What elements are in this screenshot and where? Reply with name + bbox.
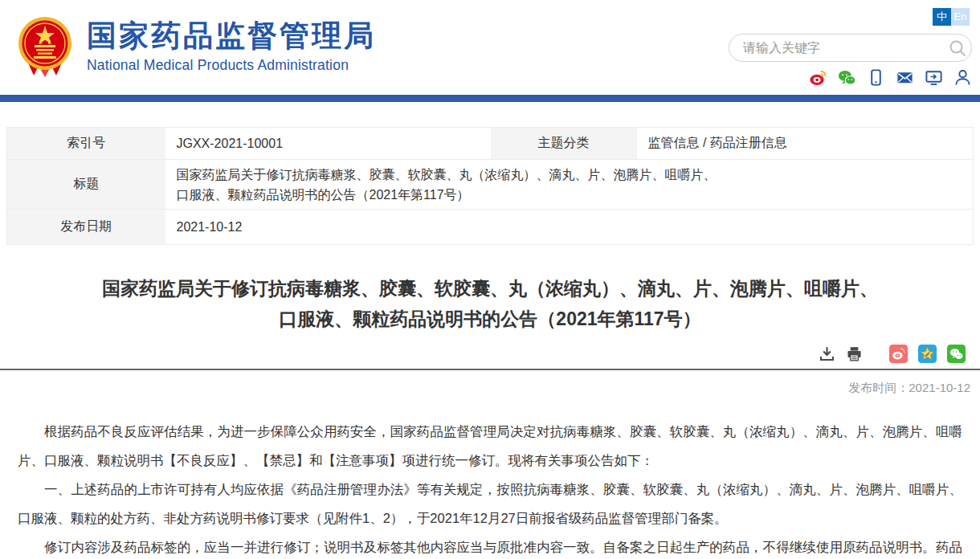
site-header: 国家药品监督管理局 National Medical Products Admi…: [0, 0, 980, 95]
topic-label: 主题分类: [491, 128, 637, 160]
article-toolbar: [6, 345, 974, 363]
social-links: [809, 68, 972, 87]
article-title: 国家药监局关于修订抗病毒糖浆、胶囊、软胶囊、丸（浓缩丸）、滴丸、片、泡腾片、咀嚼…: [6, 273, 974, 334]
mail-icon[interactable]: [896, 68, 914, 87]
print-icon[interactable]: [846, 345, 863, 362]
title-value-line2: 口服液、颗粒药品说明书的公告（2021年第117号）: [177, 185, 974, 205]
share-wechat-icon[interactable]: [947, 345, 966, 363]
article-title-line1: 国家药监局关于修订抗病毒糖浆、胶囊、软胶囊、丸（浓缩丸）、滴丸、片、泡腾片、咀嚼…: [6, 273, 974, 304]
publish-time-value: 2021-10-12: [909, 381, 970, 394]
document-info-table: 索引号 JGXX-2021-10001 主题分类 监管信息 / 药品注册信息 标…: [6, 127, 974, 245]
header-accent-bar: [0, 95, 980, 102]
article-title-line2: 口服液、颗粒药品说明书的公告（2021年第117号）: [6, 304, 974, 334]
weibo-icon[interactable]: [809, 68, 827, 87]
lang-english-button[interactable]: En: [951, 8, 970, 26]
title-label: 标题: [7, 160, 165, 210]
user-icon[interactable]: [953, 68, 972, 87]
table-row: 发布日期 2021-10-12: [7, 210, 974, 245]
share-qzone-icon[interactable]: [918, 345, 937, 363]
publish-time-row: 发布时间：2021-10-12: [0, 381, 980, 396]
article-paragraph-1: 根据药品不良反应评估结果，为进一步保障公众用药安全，国家药品监督管理局决定对抗病…: [18, 417, 962, 475]
date-value: 2021-10-12: [165, 210, 974, 245]
article-paragraph-2: 一、上述药品的上市许可持有人均应依据《药品注册管理办法》等有关规定，按照抗病毒糖…: [18, 475, 962, 532]
index-value: JGXX-2021-10001: [165, 128, 491, 160]
site-logo[interactable]: 国家药品监督管理局 National Medical Products Admi…: [18, 14, 376, 77]
search-box: [729, 34, 972, 62]
search-input[interactable]: [729, 41, 944, 55]
title-value-line1: 国家药监局关于修订抗病毒糖浆、胶囊、软胶囊、丸（浓缩丸）、滴丸、片、泡腾片、咀嚼…: [177, 165, 974, 185]
article-paragraph-3: 修订内容涉及药品标签的，应当一并进行修订；说明书及标签其他内容应当与原批准内容一…: [18, 532, 962, 559]
search-button[interactable]: [944, 35, 971, 62]
monitor-icon[interactable]: [925, 68, 943, 87]
language-switcher: 中 En: [933, 8, 970, 26]
national-emblem-icon: [18, 14, 72, 77]
mobile-icon[interactable]: [867, 68, 885, 87]
search-icon: [948, 39, 967, 58]
article-body: 根据药品不良反应评估结果，为进一步保障公众用药安全，国家药品监督管理局决定对抗病…: [18, 417, 962, 559]
main-content: 索引号 JGXX-2021-10001 主题分类 监管信息 / 药品注册信息 标…: [0, 127, 980, 363]
title-value: 国家药监局关于修订抗病毒糖浆、胶囊、软胶囊、丸（浓缩丸）、滴丸、片、泡腾片、咀嚼…: [165, 160, 974, 210]
content-divider: [0, 369, 980, 370]
download-icon[interactable]: [819, 345, 835, 362]
table-row: 索引号 JGXX-2021-10001 主题分类 监管信息 / 药品注册信息: [7, 128, 974, 160]
lang-chinese-button[interactable]: 中: [933, 8, 951, 26]
site-title: 国家药品监督管理局: [87, 18, 376, 54]
topic-value: 监管信息 / 药品注册信息: [637, 128, 974, 160]
site-subtitle: National Medical Products Administration: [87, 57, 376, 74]
wechat-icon[interactable]: [838, 68, 856, 87]
publish-time-label: 发布时间：: [848, 381, 909, 394]
share-weibo-icon[interactable]: [889, 345, 908, 363]
date-label: 发布日期: [7, 210, 165, 245]
index-label: 索引号: [7, 128, 165, 160]
table-row: 标题 国家药监局关于修订抗病毒糖浆、胶囊、软胶囊、丸（浓缩丸）、滴丸、片、泡腾片…: [7, 160, 974, 210]
